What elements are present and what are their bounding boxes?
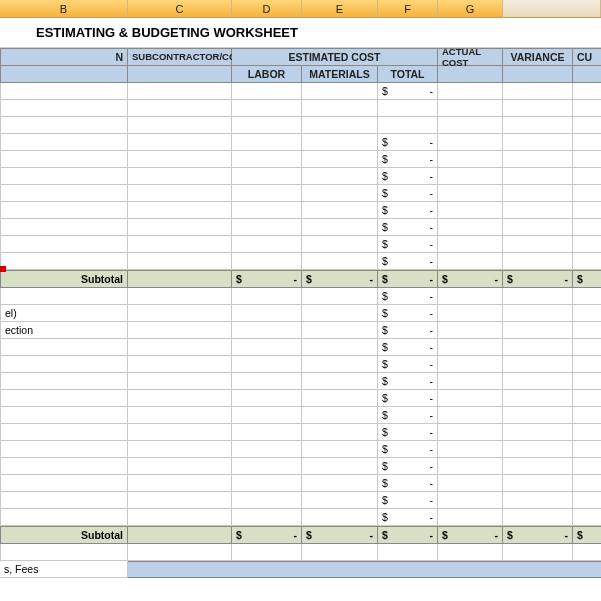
cell[interactable]	[128, 185, 232, 202]
cell[interactable]	[0, 168, 128, 185]
cell[interactable]	[232, 151, 302, 168]
header-n[interactable]: N	[0, 48, 128, 66]
cell[interactable]	[128, 458, 232, 475]
cell[interactable]	[0, 219, 128, 236]
cell[interactable]: $-	[378, 219, 438, 236]
footer-span[interactable]	[128, 561, 601, 578]
cell[interactable]	[0, 356, 128, 373]
cell[interactable]	[438, 509, 503, 526]
cell[interactable]	[503, 322, 573, 339]
cell[interactable]: $-	[378, 305, 438, 322]
cell[interactable]	[573, 458, 601, 475]
cell[interactable]	[0, 151, 128, 168]
cell[interactable]	[232, 424, 302, 441]
cell[interactable]	[302, 117, 378, 134]
cell[interactable]	[128, 441, 232, 458]
cell[interactable]	[128, 305, 232, 322]
cell[interactable]	[438, 492, 503, 509]
col-header-g[interactable]: G	[438, 0, 503, 17]
cell[interactable]	[232, 390, 302, 407]
cell[interactable]	[302, 458, 378, 475]
cell[interactable]	[503, 407, 573, 424]
cell[interactable]	[0, 83, 128, 100]
header-cu[interactable]: CU	[573, 48, 601, 66]
cell[interactable]: $-	[378, 492, 438, 509]
col-header-c[interactable]: C	[128, 0, 232, 17]
cell[interactable]	[503, 509, 573, 526]
cell[interactable]	[128, 83, 232, 100]
cell[interactable]	[438, 168, 503, 185]
cell[interactable]	[0, 424, 128, 441]
cell[interactable]	[128, 407, 232, 424]
header-sub-sub[interactable]	[128, 66, 232, 83]
header-subcontractor[interactable]: SUBCONTRACTOR/CONTRACTOR	[128, 48, 232, 66]
cell[interactable]	[232, 305, 302, 322]
cell[interactable]	[573, 305, 601, 322]
cell[interactable]	[0, 288, 128, 305]
subtotal-label[interactable]: Subtotal	[0, 270, 128, 288]
cell[interactable]	[573, 339, 601, 356]
header-materials[interactable]: MATERIALS	[302, 66, 378, 83]
cell[interactable]	[503, 373, 573, 390]
header-estimated[interactable]: ESTIMATED COST	[232, 48, 438, 66]
cell[interactable]	[128, 424, 232, 441]
cell[interactable]	[128, 253, 232, 270]
cell[interactable]	[302, 219, 378, 236]
cell[interactable]	[503, 305, 573, 322]
cell[interactable]: $-	[378, 168, 438, 185]
cell[interactable]	[438, 117, 503, 134]
cell[interactable]: $-	[378, 475, 438, 492]
cell[interactable]	[438, 356, 503, 373]
cell[interactable]	[503, 253, 573, 270]
header-actual[interactable]: ACTUAL COST	[438, 48, 503, 66]
subtotal2-variance[interactable]: $-	[503, 526, 573, 544]
cell[interactable]	[438, 219, 503, 236]
cell[interactable]	[128, 168, 232, 185]
cell[interactable]	[503, 168, 573, 185]
subtotal-variance[interactable]: $-	[503, 270, 573, 288]
cell[interactable]	[438, 475, 503, 492]
cell[interactable]	[503, 185, 573, 202]
cell[interactable]	[503, 151, 573, 168]
sheet-title[interactable]: ESTIMATING & BUDGETING WORKSHEET	[0, 18, 601, 48]
col-header-e[interactable]: E	[302, 0, 378, 17]
cell[interactable]	[302, 305, 378, 322]
cell[interactable]	[438, 390, 503, 407]
cell[interactable]	[302, 288, 378, 305]
cell[interactable]	[378, 100, 438, 117]
subtotal2-actual[interactable]: $-	[438, 526, 503, 544]
cell[interactable]	[0, 236, 128, 253]
cell[interactable]: ection	[0, 322, 128, 339]
cell[interactable]: $-	[378, 407, 438, 424]
cell[interactable]	[438, 288, 503, 305]
cell[interactable]: $-	[378, 373, 438, 390]
cell[interactable]	[232, 441, 302, 458]
cell[interactable]	[573, 117, 601, 134]
cell[interactable]	[0, 441, 128, 458]
cell[interactable]	[302, 424, 378, 441]
cell[interactable]: $-	[378, 134, 438, 151]
cell[interactable]	[232, 373, 302, 390]
subtotal2-materials[interactable]: $-	[302, 526, 378, 544]
cell[interactable]	[0, 509, 128, 526]
cell[interactable]: $-	[378, 83, 438, 100]
cell[interactable]	[573, 390, 601, 407]
cell[interactable]	[0, 100, 128, 117]
cell[interactable]: $-	[378, 185, 438, 202]
cell[interactable]	[0, 134, 128, 151]
col-header-b[interactable]: B	[0, 0, 128, 17]
cell[interactable]	[128, 202, 232, 219]
cell[interactable]	[232, 134, 302, 151]
cell[interactable]	[128, 117, 232, 134]
cell[interactable]	[438, 407, 503, 424]
cell[interactable]	[302, 390, 378, 407]
cell[interactable]	[128, 356, 232, 373]
cell[interactable]	[128, 219, 232, 236]
cell[interactable]	[232, 356, 302, 373]
cell[interactable]	[438, 458, 503, 475]
cell[interactable]	[302, 441, 378, 458]
subtotal-sub[interactable]	[128, 270, 232, 288]
subtotal-cu[interactable]: $	[573, 270, 601, 288]
cell[interactable]: $-	[378, 322, 438, 339]
cell[interactable]	[573, 356, 601, 373]
